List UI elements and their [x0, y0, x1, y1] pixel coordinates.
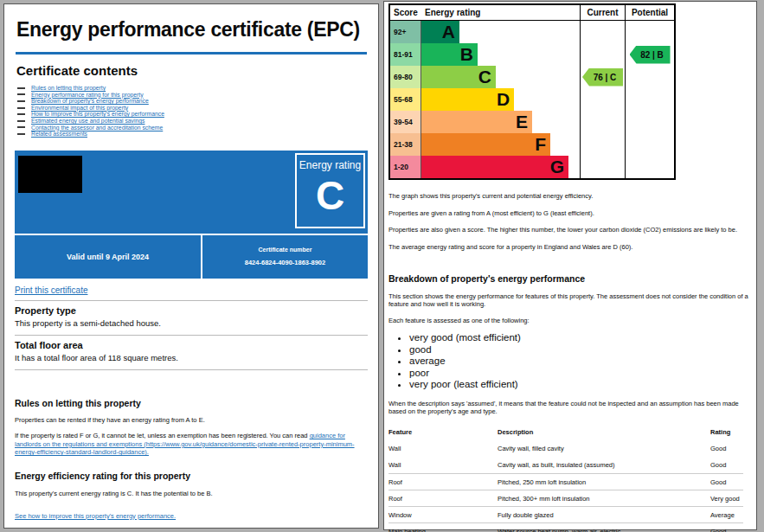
property-type-heading: Property type — [15, 305, 368, 316]
chart-header-score: Score — [390, 5, 421, 20]
breakdown-heading: Breakdown of property's energy performan… — [388, 273, 752, 284]
feature-cell: Roof — [388, 490, 498, 507]
band-bar-cell: E — [421, 111, 580, 133]
breakdown-assumed-note: When the description says 'assumed', it … — [388, 400, 752, 416]
contents-link[interactable]: Breakdown of property's energy performan… — [31, 98, 149, 105]
contents-link[interactable]: Energy performance rating for this prope… — [31, 92, 144, 99]
band-letter: D — [497, 89, 510, 110]
contents-link[interactable]: Estimated energy use and potential savin… — [31, 118, 145, 125]
band-current-cell — [580, 43, 625, 66]
band-bar: A — [421, 21, 459, 43]
rating-cell: Good — [710, 474, 743, 490]
floor-area-text: It has a total floor area of 118 square … — [15, 353, 368, 362]
assessment-level-item: very good (most efficient) — [409, 332, 752, 344]
energy-rating-label: Energy rating — [297, 159, 363, 171]
contents-list-item: Environmental impact of this property — [17, 105, 368, 112]
chart-header-energy-rating: Energy rating — [421, 5, 580, 20]
feature-table-row: Main heating Water source heat pump, war… — [388, 522, 743, 532]
band-score: 1-20 — [390, 156, 421, 178]
certificate-page-left: Energy performance certificate (EPC) Cer… — [3, 3, 379, 529]
breakdown-section: Breakdown of property's energy performan… — [388, 273, 752, 416]
band-bar-cell: D — [421, 88, 580, 111]
description-cell: Pitched, 300+ mm loft insulation — [498, 490, 710, 507]
band-current-cell — [580, 88, 625, 111]
breakdown-text-2: Each feature is assessed as one of the f… — [388, 317, 752, 325]
banner-footer: Valid until 9 April 2024 Certificate num… — [15, 235, 368, 279]
description-cell: Fully double glazed — [498, 507, 710, 523]
band-score: 39-54 — [390, 111, 421, 133]
band-bar: C — [421, 66, 496, 88]
assessment-level-item: poor — [409, 368, 752, 380]
floor-area-heading: Total floor area — [15, 340, 368, 350]
description-cell: Cavity wall, filled cavity — [498, 440, 710, 457]
contents-list-item: Related assessments — [17, 131, 368, 138]
band-potential-cell — [625, 133, 674, 156]
certificate-number-cell: Certificate number 8424-6824-4090-1863-8… — [202, 235, 368, 279]
efficiency-rating-section: Energy efficiency rating for this proper… — [15, 471, 368, 522]
dash-marker-icon — [17, 126, 25, 128]
property-type-section: Property type This property is a semi-de… — [15, 301, 368, 335]
chart-note: Properties are also given a score. The h… — [388, 226, 752, 234]
contents-link[interactable]: Contacting the assessor and accreditatio… — [31, 125, 163, 131]
chart-band-row: 69-80 C 76 | C — [390, 66, 674, 88]
rating-cell: Good — [710, 457, 743, 473]
floor-area-section: Total floor area It has a total floor ar… — [15, 336, 368, 369]
chart-note: The graph shows this property's current … — [388, 192, 752, 200]
chart-band-row: 92+ A — [390, 21, 674, 43]
feature-table-row: Window Fully double glazed Average — [388, 506, 743, 522]
chart-band-row: 39-54 E — [390, 111, 674, 133]
chart-band-row: 1-20 G — [390, 156, 674, 178]
dash-marker-icon — [17, 113, 25, 115]
band-bar: G — [421, 156, 568, 178]
contents-list-item: Contacting the assessor and accreditatio… — [17, 125, 368, 131]
band-letter: C — [478, 67, 491, 87]
print-certificate-link[interactable]: Print this certificate — [15, 285, 87, 295]
feature-cell: Main heating — [388, 523, 498, 532]
energy-rating-box: Energy rating C — [295, 153, 365, 228]
contents-link[interactable]: Related assessments — [31, 131, 87, 138]
improve-performance-link[interactable]: See how to improve this property's energ… — [15, 512, 176, 520]
band-bar-cell: C — [421, 66, 580, 88]
contents-heading: Certificate contents — [16, 63, 366, 78]
band-score: 92+ — [390, 21, 421, 43]
band-potential-cell: 82 | B — [625, 43, 674, 66]
chart-header-potential: Potential — [625, 5, 674, 20]
description-col-header: Description — [498, 424, 710, 440]
property-type-text: This property is a semi-detached house. — [15, 318, 368, 328]
chart-band-rows: 92+ A 81-91 B 82 | B 69-80 C 76 | C 55-6… — [390, 21, 674, 178]
chart-note: The average energy rating and score for … — [388, 243, 752, 251]
band-bar-cell: F — [421, 133, 580, 156]
band-current-cell — [580, 21, 625, 43]
band-bar-cell: A — [421, 21, 580, 43]
rating-cell: Average — [710, 507, 743, 523]
certificate-page-right: Score Energy rating Current Potential 92… — [383, 1, 757, 530]
band-potential-cell — [625, 111, 674, 133]
band-current-cell — [580, 156, 625, 178]
feature-table-header: Feature Description Rating — [388, 424, 743, 440]
dash-marker-icon — [17, 100, 25, 102]
letting-rules-text-2-prefix: If the property is rated F or G, it cann… — [15, 432, 310, 439]
dash-marker-icon — [17, 120, 25, 122]
page-title: Energy performance certificate (EPC) — [16, 18, 366, 42]
feature-cell: Wall — [388, 457, 498, 473]
band-letter: A — [442, 22, 455, 42]
assessment-level-item: very poor (least efficient) — [409, 379, 752, 391]
efficiency-rating-heading: Energy efficiency rating for this proper… — [15, 471, 368, 481]
certificate-number: 8424-6824-4090-1863-8902 — [245, 259, 325, 266]
feature-cell: Wall — [388, 440, 498, 457]
contents-link[interactable]: How to improve this property's energy pe… — [31, 111, 164, 118]
band-score: 55-68 — [390, 88, 421, 111]
rating-banner: Energy rating C — [15, 151, 368, 234]
contents-link[interactable]: Rules on letting this property — [31, 85, 106, 92]
chart-notes: The graph shows this property's current … — [388, 192, 752, 251]
feature-table: Feature Description Rating Wall Cavity w… — [388, 424, 743, 532]
chart-header-row: Score Energy rating Current Potential — [390, 5, 674, 21]
band-potential-cell — [625, 21, 674, 43]
contents-link[interactable]: Environmental impact of this property — [31, 105, 128, 112]
description-cell: Pitched, 250 mm loft insulation — [498, 474, 710, 490]
description-cell: Cavity wall, as built, insulated (assume… — [498, 457, 710, 473]
band-score: 69-80 — [390, 66, 421, 88]
energy-rating-value: C — [297, 171, 363, 220]
dash-marker-icon — [17, 133, 25, 135]
band-letter: E — [516, 112, 528, 132]
